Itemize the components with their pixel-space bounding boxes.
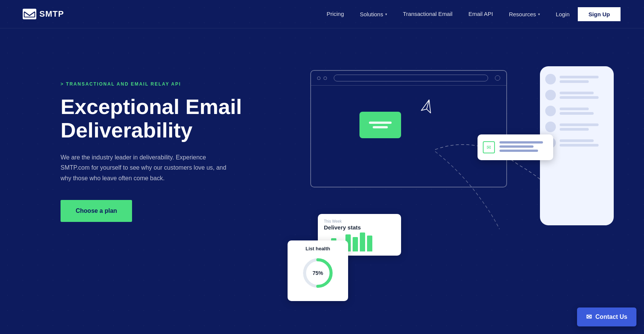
chevron-down-icon-2: ▾ <box>538 12 540 16</box>
hero-eyebrow: > TRANSACTIONAL AND EMAIL RELAY API <box>61 81 280 87</box>
avatar-2 <box>545 90 556 100</box>
signup-button[interactable]: Sign Up <box>577 6 621 22</box>
browser-dot-2 <box>324 76 327 80</box>
phone-lines-4 <box>560 123 608 131</box>
browser-addressbar <box>334 75 488 81</box>
browser-mockup <box>310 70 507 187</box>
svg-rect-0 <box>23 9 36 19</box>
list-health-title: List health <box>305 246 330 251</box>
logo[interactable]: SMTP <box>23 9 64 19</box>
browser-topbar <box>311 71 506 86</box>
nav-item-resources[interactable]: Resources ▾ <box>509 11 540 17</box>
bar-6 <box>360 233 365 251</box>
contact-us-button[interactable]: ✉ Contact Us <box>577 307 636 326</box>
choose-plan-button[interactable]: Choose a plan <box>61 200 132 222</box>
avatar-4 <box>545 122 556 132</box>
hero-section: > TRANSACTIONAL AND EMAIL RELAY API Exce… <box>0 28 644 334</box>
email-line-2 <box>373 126 388 128</box>
phone-lines-1 <box>560 76 608 83</box>
bar-7 <box>367 236 372 251</box>
phone-row-1 <box>545 74 608 84</box>
email-notif-lines <box>499 141 548 154</box>
phone-row-4 <box>545 122 608 132</box>
contact-us-label: Contact Us <box>596 314 627 320</box>
phone-row-3 <box>545 106 608 116</box>
nav-item-email-api[interactable]: Email API <box>468 11 493 17</box>
phone-row-2 <box>545 90 608 100</box>
bar-5 <box>353 237 358 251</box>
avatar-3 <box>545 106 556 116</box>
delivery-card-week-label: This Week <box>324 219 395 223</box>
smtp-logo-icon <box>23 9 36 19</box>
phone-lines-2 <box>560 92 608 99</box>
nav-item-pricing[interactable]: Pricing <box>327 11 344 17</box>
logo-text: SMTP <box>39 9 64 19</box>
phone-lines-3 <box>560 108 608 115</box>
email-icon-box <box>359 112 401 138</box>
browser-dot-1 <box>317 76 320 80</box>
phone-row-5 <box>545 137 608 148</box>
delivery-card-title: Delivery stats <box>324 224 395 231</box>
list-health-percent: 75% <box>313 270 323 276</box>
hero-content: > TRANSACTIONAL AND EMAIL RELAY API Exce… <box>61 59 280 222</box>
browser-control <box>495 75 500 81</box>
list-health-card: List health 75% <box>288 240 348 301</box>
login-link[interactable]: Login <box>556 11 570 17</box>
email-notification-card: ✉ <box>478 134 553 160</box>
avatar-1 <box>545 74 556 84</box>
hero-title: Exceptional Email Deliverability <box>61 95 280 142</box>
chevron-down-icon: ▾ <box>385 12 387 16</box>
hero-illustration: ✉ This Week Delivery stats List <box>280 59 614 324</box>
nav-item-solutions[interactable]: Solutions ▾ <box>360 11 387 17</box>
nav-item-transactional-email[interactable]: Transactional Email <box>403 11 453 17</box>
navbar: SMTP Pricing Solutions ▾ Transactional E… <box>0 0 644 28</box>
nav-links: Pricing Solutions ▾ Transactional Email … <box>327 11 540 17</box>
envelope-icon: ✉ <box>586 313 592 321</box>
email-notif-icon: ✉ <box>483 141 495 153</box>
list-health-donut: 75% <box>301 256 335 290</box>
phone-lines-5 <box>560 139 608 147</box>
email-line-1 <box>369 122 392 124</box>
hero-description: We are the industry leader in deliverabi… <box>61 152 235 183</box>
